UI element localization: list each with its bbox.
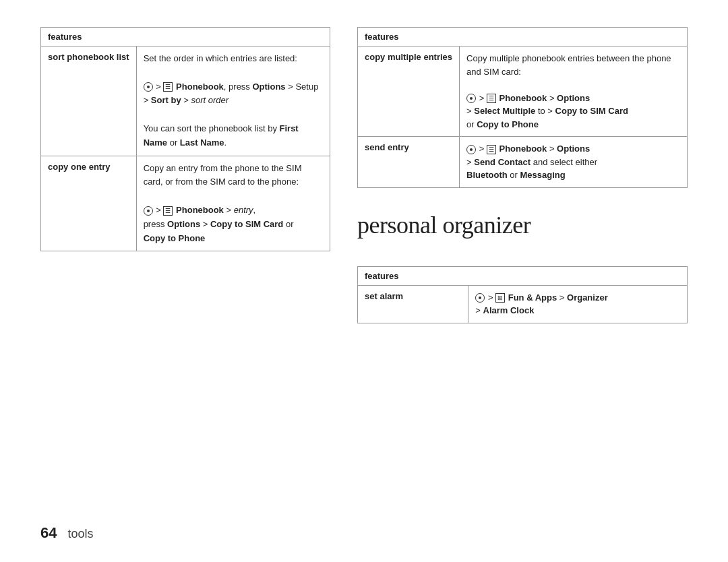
menu-icon: ☰ — [163, 82, 173, 92]
nav-icon — [466, 145, 476, 154]
nav-icon — [475, 293, 485, 303]
nav-icon — [144, 82, 153, 92]
feature-name-copy-multiple: copy multiple entries — [358, 46, 460, 137]
feature-name-sort: sort phonebook list — [41, 46, 137, 156]
footer: 64 tools — [40, 524, 94, 542]
table-row: copy multiple entries Copy multiple phon… — [358, 46, 688, 137]
feature-desc-set-alarm: > ⊞ Fun & Apps > Organizer > Alarm Clock — [468, 285, 688, 323]
right-column: features copy multiple entries Copy mult… — [357, 27, 688, 535]
nav-icon — [144, 206, 153, 216]
feature-name-set-alarm: set alarm — [358, 285, 468, 323]
right-bottom-table-header: features — [358, 266, 688, 285]
feature-desc-copy-one: Copy an entry from the phone to the SIM … — [136, 156, 330, 251]
menu-icon: ☰ — [487, 94, 496, 103]
menu-icon: ⊞ — [495, 293, 505, 303]
table-row: set alarm > ⊞ Fun & Apps > Organizer > A… — [358, 285, 688, 323]
right-top-feature-table: features copy multiple entries Copy mult… — [357, 27, 688, 188]
menu-icon: ☰ — [487, 145, 496, 154]
left-feature-table: features sort phonebook list Set the ord… — [40, 27, 330, 251]
footer-label: tools — [67, 527, 93, 541]
feature-name-copy-one: copy one entry — [41, 156, 137, 251]
right-bottom-feature-table: features set alarm > ⊞ Fun & Apps > Orga… — [357, 266, 688, 323]
section-heading: personal organizer — [357, 204, 688, 250]
feature-desc-copy-multiple: Copy multiple phonebook entries between … — [460, 46, 688, 137]
feature-name-send-entry: send entry — [358, 137, 460, 188]
table-row: copy one entry Copy an entry from the ph… — [41, 156, 330, 251]
section-title: personal organizer — [357, 211, 688, 239]
nav-icon — [466, 94, 476, 103]
table-row: sort phonebook list Set the order in whi… — [41, 46, 330, 156]
left-column: features sort phonebook list Set the ord… — [40, 27, 330, 535]
feature-desc-send-entry: > ☰ Phonebook > Options > Send Contact a… — [460, 137, 688, 188]
left-table-header: features — [41, 28, 330, 46]
table-row: send entry > ☰ Phonebook > Options > Sen… — [358, 137, 688, 188]
feature-desc-sort: Set the order in which entries are liste… — [136, 46, 330, 156]
page-number: 64 — [40, 524, 57, 542]
right-top-table-header: features — [358, 28, 688, 46]
menu-icon: ☰ — [163, 206, 173, 216]
